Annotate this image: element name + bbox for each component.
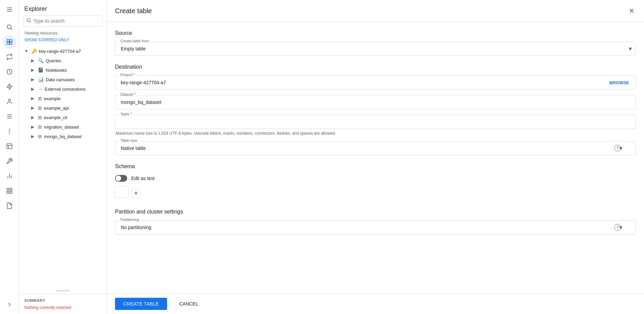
svg-line-29 bbox=[30, 21, 31, 23]
svg-point-28 bbox=[27, 19, 30, 22]
search-input[interactable] bbox=[33, 18, 99, 24]
tree-item-external[interactable]: ▶ → External connections bbox=[19, 84, 107, 94]
create-from-label: Create table from bbox=[119, 39, 151, 43]
project-input[interactable] bbox=[115, 75, 636, 90]
doc-icon-btn[interactable] bbox=[3, 199, 16, 212]
tree-root-label: key-range-427704-a7 bbox=[39, 49, 81, 54]
tree-item-example-api[interactable]: ▶ ⊞ example_api bbox=[19, 103, 107, 113]
dialog-footer: CREATE TABLE CANCEL bbox=[107, 293, 644, 314]
tree-item-migration[interactable]: ▶ ⊞ migration_dataset bbox=[19, 122, 107, 132]
grid-icon-btn[interactable] bbox=[3, 35, 16, 49]
tree-item-label: example_cli bbox=[44, 115, 67, 120]
menu-icon-btn[interactable] bbox=[3, 3, 16, 16]
chevron-right-icon: ▶ bbox=[31, 68, 37, 72]
svg-point-15 bbox=[9, 131, 10, 132]
help-icon-partition[interactable]: ? bbox=[614, 224, 621, 231]
dataset-icon: ⊞ bbox=[38, 134, 42, 139]
svg-line-4 bbox=[10, 28, 12, 30]
chevron-right-icon: ▶ bbox=[31, 115, 37, 120]
resize-handle[interactable] bbox=[56, 290, 70, 291]
filter-icon-btn[interactable] bbox=[3, 50, 16, 64]
partitioning-label: Partitioning bbox=[119, 218, 140, 222]
chevron-right-icon: ▶ bbox=[31, 58, 37, 63]
tree-item-label: Queries bbox=[46, 58, 61, 63]
chevron-down-icon: ▼ bbox=[24, 49, 30, 53]
project-group: Project * BROWSE bbox=[115, 75, 636, 90]
data-canvases-icon: 📊 bbox=[38, 77, 44, 82]
expand-icon-btn[interactable] bbox=[3, 298, 16, 311]
browse-button[interactable]: BROWSE bbox=[607, 79, 632, 87]
create-table-dialog: Create table ✕ Source Create table from … bbox=[107, 0, 644, 314]
add-field-button[interactable]: + bbox=[131, 188, 141, 198]
nothing-selected-text: Nothing currently selected bbox=[24, 305, 101, 310]
table-type-select[interactable]: Native table External table Materialized… bbox=[115, 141, 636, 155]
search-icon-btn[interactable] bbox=[3, 20, 16, 34]
tree-item-notebooks[interactable]: ▶ 📓 Notebooks bbox=[19, 65, 107, 75]
edit-as-text-row: Edit as text bbox=[115, 175, 636, 182]
chevron-right-icon: ▶ bbox=[31, 125, 37, 129]
chevron-right-icon: ▶ bbox=[31, 134, 37, 139]
svg-rect-27 bbox=[7, 192, 9, 194]
dataset-input[interactable] bbox=[115, 95, 636, 109]
edit-as-text-label: Edit as text bbox=[131, 176, 155, 181]
close-button[interactable]: ✕ bbox=[627, 5, 636, 16]
svg-point-3 bbox=[7, 25, 11, 29]
tree-root-item[interactable]: ▼ 🔑 key-range-427704-a7 bbox=[19, 46, 107, 56]
explorer-title: Explorer bbox=[19, 0, 107, 15]
cancel-button[interactable]: CANCEL bbox=[171, 298, 207, 310]
tree-item-label: Data canvases bbox=[46, 77, 75, 82]
show-starred-button[interactable]: SHOW STARRED ONLY bbox=[19, 37, 107, 45]
destination-title: Destination bbox=[115, 64, 636, 70]
history-icon-btn[interactable] bbox=[3, 65, 16, 78]
svg-rect-8 bbox=[9, 42, 12, 45]
dialog-body: Source Create table from Empty table Goo… bbox=[107, 22, 644, 314]
partition-title: Partition and cluster settings bbox=[115, 209, 636, 215]
list-icon-btn[interactable] bbox=[3, 139, 16, 153]
schema-field-placeholder bbox=[115, 186, 129, 198]
chevron-right-icon: ▶ bbox=[31, 96, 37, 101]
edit-as-text-toggle[interactable] bbox=[115, 175, 127, 182]
viewing-resources-text: Viewing resources. bbox=[19, 29, 107, 37]
partition-section: Partition and cluster settings Partition… bbox=[115, 209, 636, 234]
wrench-icon-btn[interactable] bbox=[3, 154, 16, 168]
svg-rect-6 bbox=[9, 40, 12, 42]
tree-item-label: example bbox=[44, 96, 61, 101]
tree-container: ▼ 🔑 key-range-427704-a7 ▶ 🔍 Queries ▶ 📓 … bbox=[19, 45, 107, 287]
create-from-select[interactable]: Empty table Google Cloud Storage Upload … bbox=[115, 42, 636, 56]
svg-rect-24 bbox=[7, 188, 9, 190]
dataset-group: Dataset * bbox=[115, 95, 636, 109]
tree-item-example[interactable]: ▶ ⊞ example bbox=[19, 94, 107, 103]
explorer-panel: Explorer Viewing resources. SHOW STARRED… bbox=[19, 0, 107, 314]
help-icon[interactable]: ? bbox=[614, 145, 621, 152]
tree-item-queries[interactable]: ▶ 🔍 Queries bbox=[19, 56, 107, 65]
partitioning-group: Partitioning No partitioning Integer ran… bbox=[115, 220, 636, 234]
chart-icon-btn[interactable] bbox=[3, 169, 16, 183]
user-icon-btn[interactable] bbox=[3, 95, 16, 108]
toggle-slider bbox=[115, 175, 127, 182]
tree-item-data-canvases[interactable]: ▶ 📊 Data canvases bbox=[19, 75, 107, 84]
source-title: Source bbox=[115, 30, 636, 36]
search-box[interactable] bbox=[23, 15, 102, 27]
dataset-label: Dataset * bbox=[119, 92, 137, 96]
dot-icon-btn[interactable] bbox=[3, 125, 16, 138]
partitioning-select[interactable]: No partitioning Integer range By ingesti… bbox=[115, 220, 636, 234]
chevron-right-icon: ▶ bbox=[31, 106, 37, 110]
svg-rect-25 bbox=[10, 188, 12, 190]
tree-item-label: mongo_bq_dataset bbox=[44, 134, 82, 139]
svg-point-11 bbox=[8, 99, 10, 102]
tree-item-label: Notebooks bbox=[46, 68, 67, 73]
table-hint-text: Maximum name size is 1,024 UTF-8 bytes. … bbox=[115, 131, 636, 136]
search-icon bbox=[26, 18, 31, 24]
svg-point-16 bbox=[9, 129, 10, 130]
tree-item-label: External connections bbox=[45, 87, 86, 92]
scheduled-icon-btn[interactable] bbox=[3, 80, 16, 93]
destination-section: Destination Project * BROWSE Dataset * T… bbox=[115, 64, 636, 155]
table-input[interactable] bbox=[115, 115, 636, 129]
create-table-button[interactable]: CREATE TABLE bbox=[115, 298, 167, 310]
tree-item-example-cli[interactable]: ▶ ⊞ example_cli bbox=[19, 113, 107, 122]
tune-icon-btn[interactable] bbox=[3, 110, 16, 123]
dashboard-icon-btn[interactable] bbox=[3, 184, 16, 198]
svg-rect-18 bbox=[7, 144, 12, 149]
toggle-knob bbox=[116, 176, 121, 181]
tree-item-mongo[interactable]: ▶ ⊞ mongo_bq_dataset bbox=[19, 132, 107, 141]
